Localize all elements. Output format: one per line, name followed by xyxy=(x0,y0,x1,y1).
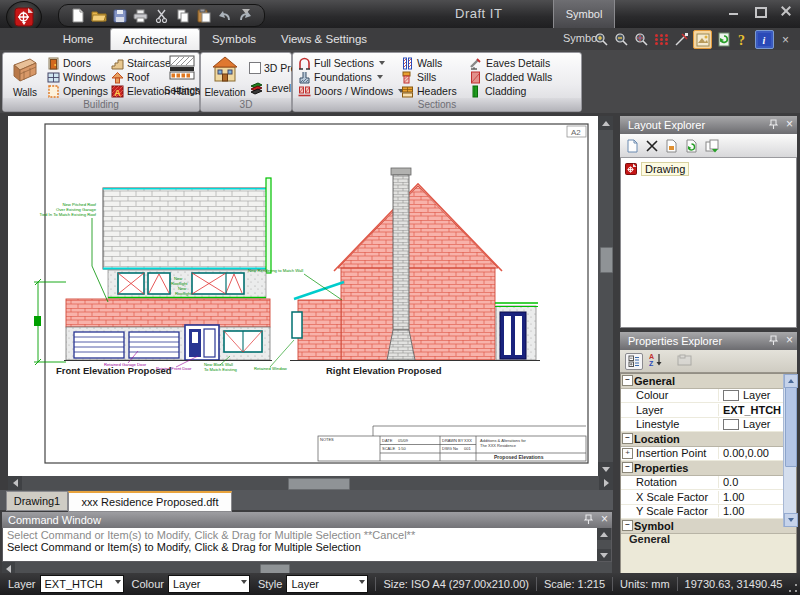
staircase-button[interactable]: Staircase xyxy=(111,56,171,70)
resize-grip[interactable] xyxy=(788,583,798,593)
collapse-icon[interactable]: − xyxy=(622,462,633,473)
close-panel-icon[interactable]: × xyxy=(601,514,608,525)
canvas-horizontal-scrollbar[interactable] xyxy=(8,476,613,490)
undo-icon[interactable] xyxy=(216,7,233,24)
doc-tab-drawing1[interactable]: Drawing1 xyxy=(6,491,68,511)
minimize-icon[interactable] xyxy=(728,6,740,16)
brick-band[interactable] xyxy=(66,299,270,327)
section-properties[interactable]: − Properties xyxy=(621,461,796,476)
cut-icon[interactable] xyxy=(153,7,170,24)
pin-icon[interactable] xyxy=(769,335,778,346)
section-general[interactable]: − General xyxy=(621,374,796,389)
refresh-layout-icon[interactable] xyxy=(685,139,698,153)
front-door[interactable] xyxy=(185,325,219,360)
symbol-context-tab[interactable]: Symbol xyxy=(553,0,615,29)
import-layout-icon[interactable] xyxy=(665,139,678,153)
regenerate-icon[interactable] xyxy=(715,31,732,48)
roof-button[interactable]: Roof xyxy=(111,70,149,84)
foundations-dropdown-icon[interactable] xyxy=(377,75,383,79)
headers-button[interactable]: Headers xyxy=(401,84,457,98)
colour-combo[interactable]: Layer xyxy=(168,575,250,593)
ground-window[interactable] xyxy=(224,331,262,352)
zoom-in-icon[interactable] xyxy=(593,31,610,48)
property-row-linestyle[interactable]: Linestyle Layer xyxy=(621,418,796,433)
property-row-xscale[interactable]: X Scale Factor 1.00 xyxy=(621,490,796,505)
copy-icon[interactable] xyxy=(174,7,191,24)
section-location[interactable]: − Location xyxy=(621,432,796,447)
cladding-button[interactable]: Cladding xyxy=(469,84,526,98)
doors-button[interactable]: Doors xyxy=(47,56,91,70)
garage-door-left[interactable] xyxy=(74,332,124,358)
property-pages-button[interactable] xyxy=(677,352,692,370)
qat-overflow-icon[interactable] xyxy=(242,9,250,14)
drawing-canvas[interactable]: A2 New Rooflight New Rooflight xyxy=(8,116,598,476)
ortho-snap-icon[interactable] xyxy=(673,31,690,48)
dropdown-arrow-icon[interactable] xyxy=(115,580,121,584)
info-icon[interactable]: i xyxy=(755,30,774,49)
help-icon[interactable]: ? xyxy=(735,31,752,48)
hscroll-thumb[interactable] xyxy=(288,478,350,490)
paste-icon[interactable] xyxy=(195,7,212,24)
scroll-up-icon[interactable] xyxy=(602,121,610,126)
alphabetical-sort-button[interactable]: AZ xyxy=(649,352,663,370)
level-button[interactable]: Level xyxy=(249,81,291,95)
upper-window-3[interactable] xyxy=(192,273,244,294)
cladded-walls-button[interactable]: Cladded Walls xyxy=(469,70,552,84)
full-sections-button[interactable]: Full Sections xyxy=(298,56,385,70)
command-history[interactable]: Select Command or Item(s) to Modify, Cli… xyxy=(2,528,612,562)
expand-icon[interactable]: + xyxy=(622,448,633,459)
full-sections-dropdown-icon[interactable] xyxy=(379,61,385,65)
vscroll-thumb[interactable] xyxy=(600,247,613,273)
rear-annex[interactable] xyxy=(495,303,538,360)
upper-window-2[interactable] xyxy=(148,273,170,294)
garage-door-right[interactable] xyxy=(129,332,179,358)
zoom-extents-icon[interactable] xyxy=(633,31,650,48)
tab-views-settings[interactable]: Views & Settings xyxy=(270,28,378,50)
scroll-up-icon[interactable] xyxy=(600,532,608,537)
save-icon[interactable] xyxy=(111,7,128,24)
scroll-down-icon[interactable] xyxy=(788,518,794,522)
dropdown-arrow-icon[interactable] xyxy=(359,580,365,584)
canvas-vertical-scrollbar[interactable] xyxy=(598,116,613,476)
layout-item-drawing[interactable]: Drawing xyxy=(625,162,792,176)
categorized-view-button[interactable] xyxy=(625,353,643,370)
pin-icon[interactable] xyxy=(584,514,593,525)
open-folder-icon[interactable] xyxy=(90,7,107,24)
colour-swatch[interactable] xyxy=(723,390,739,401)
close-toolbar-icon[interactable]: × xyxy=(777,31,794,48)
pin-icon[interactable] xyxy=(769,119,778,130)
close-window-icon[interactable] xyxy=(780,6,792,16)
close-panel-icon[interactable]: × xyxy=(786,119,793,130)
barge-board[interactable] xyxy=(266,178,271,273)
linestyle-swatch[interactable] xyxy=(723,419,739,430)
maximize-icon[interactable] xyxy=(754,6,766,16)
grid-snap-icon[interactable] xyxy=(653,31,670,48)
scroll-down-icon[interactable] xyxy=(600,553,608,558)
doc-tab-residence[interactable]: xxx Residence Proposed.dft xyxy=(68,491,232,512)
gable-main-wall[interactable] xyxy=(341,268,495,360)
property-row-colour[interactable]: Colour Layer xyxy=(621,389,796,404)
scroll-down-icon[interactable] xyxy=(602,467,610,472)
openings-button[interactable]: Openings xyxy=(47,84,108,98)
copy-layout-icon[interactable] xyxy=(705,139,719,153)
section-symbol[interactable]: − Symbol xyxy=(621,519,796,534)
scroll-left-icon[interactable] xyxy=(13,479,18,487)
print-icon[interactable] xyxy=(132,7,149,24)
sections-doors-windows-button[interactable]: Doors / Windows xyxy=(298,84,404,98)
3d-preview-checkbox-box[interactable] xyxy=(249,62,261,74)
sections-walls-button[interactable]: Walls xyxy=(401,56,442,70)
layer-combo[interactable]: EXT_HTCH xyxy=(40,575,124,593)
foundations-button[interactable]: Foundations xyxy=(298,70,383,84)
tab-architectural[interactable]: Architectural xyxy=(110,28,200,51)
properties-scrollbar[interactable] xyxy=(783,374,796,527)
properties-scroll-thumb[interactable] xyxy=(785,387,797,467)
scroll-up-icon[interactable] xyxy=(788,379,794,383)
delete-layout-icon[interactable] xyxy=(646,140,658,152)
property-row-insertion-point[interactable]: + Insertion Point 0.00,0.00 xyxy=(621,447,796,462)
close-panel-icon[interactable]: × xyxy=(786,335,793,346)
property-row-layer[interactable]: Layer EXT_HTCH xyxy=(621,403,796,418)
sills-button[interactable]: Sills xyxy=(401,70,436,84)
new-layout-icon[interactable] xyxy=(626,139,639,153)
scroll-right-icon[interactable] xyxy=(604,479,609,487)
walls-button[interactable]: Walls xyxy=(7,55,43,98)
